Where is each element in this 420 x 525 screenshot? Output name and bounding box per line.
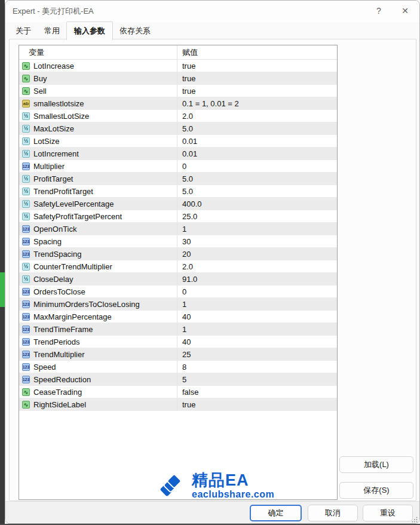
param-value[interactable]: 5.0 bbox=[177, 173, 337, 185]
table-row[interactable]: 123TrendMultiplier25 bbox=[19, 348, 337, 361]
param-value[interactable]: false bbox=[177, 386, 337, 398]
param-value[interactable]: 5.0 bbox=[177, 122, 337, 134]
param-name: TrendSpacing bbox=[33, 250, 81, 259]
load-button[interactable]: 加载(L) bbox=[339, 456, 413, 473]
param-value[interactable]: true bbox=[177, 85, 337, 97]
table-row[interactable]: 123SpeedReduction5 bbox=[19, 373, 337, 386]
parameters-table: 变量 赋值 ∿LotIncreasetrue∿Buytrue∿Selltruea… bbox=[19, 45, 338, 500]
int-type-icon: 123 bbox=[22, 238, 30, 245]
tab-common[interactable]: 常用 bbox=[38, 23, 66, 39]
param-value[interactable]: 0.1 = 1, 0.01 = 2 bbox=[177, 97, 337, 109]
help-button[interactable]: ? bbox=[367, 1, 391, 21]
param-value[interactable]: 30 bbox=[177, 235, 337, 247]
table-row[interactable]: 123MaxMarginPercentage40 bbox=[19, 311, 337, 323]
table-row[interactable]: ½ProfitTarget5.0 bbox=[19, 173, 337, 185]
param-value[interactable]: 25.0 bbox=[177, 210, 337, 222]
tab-inputs[interactable]: 输入参数 bbox=[66, 22, 113, 40]
table-header: 变量 赋值 bbox=[19, 45, 337, 60]
table-row[interactable]: 123TrendPeriods40 bbox=[19, 336, 337, 348]
param-value[interactable]: 20 bbox=[177, 248, 337, 260]
table-row[interactable]: ∿Selltrue bbox=[19, 85, 337, 97]
table-row[interactable]: ½LotIncrement0.01 bbox=[19, 148, 337, 160]
close-icon[interactable]: ✕ bbox=[393, 1, 417, 21]
param-value[interactable]: 40 bbox=[177, 336, 337, 348]
param-value[interactable]: 8 bbox=[177, 361, 337, 373]
param-value[interactable]: 1 bbox=[177, 223, 337, 235]
bool-type-icon: ∿ bbox=[22, 75, 30, 82]
table-row[interactable]: ∿CeaseTradingfalse bbox=[19, 386, 337, 398]
table-row[interactable]: ∿Buytrue bbox=[19, 72, 337, 85]
expert-properties-dialog: Expert - 美元打印机-EA ? ✕ 关于 常用 输入参数 依存关系 变量… bbox=[5, 0, 420, 524]
resize-grip[interactable] bbox=[412, 517, 418, 523]
param-name-cell: ½SafetyProfitTargetPercent bbox=[19, 210, 177, 222]
table-row[interactable]: ½SmallestLotSize2.0 bbox=[19, 110, 337, 122]
table-row[interactable]: ∿RightSideLabeltrue bbox=[19, 398, 337, 411]
param-name-cell: ½CounterTrendMultiplier bbox=[19, 260, 177, 272]
param-name: TrendTimeFrame bbox=[33, 325, 93, 334]
param-value[interactable]: 2.0 bbox=[177, 260, 337, 272]
table-row[interactable]: 123OrdersToClose0 bbox=[19, 285, 337, 298]
save-button[interactable]: 保存(S) bbox=[339, 482, 413, 499]
table-row[interactable]: ∿LotIncreasetrue bbox=[19, 60, 337, 72]
param-value[interactable]: 0 bbox=[177, 160, 337, 172]
param-value[interactable]: true bbox=[177, 72, 337, 84]
cancel-button[interactable]: 取消 bbox=[308, 505, 358, 521]
param-value[interactable]: true bbox=[177, 60, 337, 72]
param-value[interactable]: 25 bbox=[177, 348, 337, 360]
window-title: Expert - 美元打印机-EA bbox=[13, 6, 94, 17]
table-row[interactable]: 123Spacing30 bbox=[19, 235, 337, 248]
table-row[interactable]: ½TrendProfitTarget5.0 bbox=[19, 185, 337, 198]
screen: Expert - 美元打印机-EA ? ✕ 关于 常用 输入参数 依存关系 变量… bbox=[0, 0, 420, 525]
tab-dependencies[interactable]: 依存关系 bbox=[113, 23, 157, 39]
param-value[interactable]: 0 bbox=[177, 285, 337, 297]
param-value[interactable]: 40 bbox=[177, 311, 337, 323]
table-row[interactable]: 123TrendTimeFrame1 bbox=[19, 323, 337, 336]
table-row[interactable]: 123MinimumOrdersToCloseLosing1 bbox=[19, 298, 337, 311]
table-row[interactable]: 123Speed8 bbox=[19, 361, 337, 373]
table-row[interactable]: ½MaxLotSize5.0 bbox=[19, 122, 337, 135]
table-row[interactable]: ½CloseDelay91.0 bbox=[19, 273, 337, 285]
table-row[interactable]: 123OpenOnTick1 bbox=[19, 223, 337, 235]
param-name: LotIncrement bbox=[33, 149, 79, 158]
table-row[interactable]: 123Multiplier0 bbox=[19, 160, 337, 173]
int-type-icon: 123 bbox=[22, 225, 30, 233]
int-type-icon: 123 bbox=[22, 162, 30, 170]
param-name: SafetyProfitTargetPercent bbox=[33, 212, 122, 221]
param-name: MaxLotSize bbox=[33, 124, 74, 133]
tab-bar: 关于 常用 输入参数 依存关系 bbox=[9, 24, 157, 39]
column-header-variable[interactable]: 变量 bbox=[19, 45, 177, 59]
table-row[interactable]: ½CounterTrendMultiplier2.0 bbox=[19, 260, 337, 273]
param-name: smallestlotsize bbox=[33, 99, 84, 108]
param-name-cell: ½CloseDelay bbox=[19, 273, 177, 285]
param-value[interactable]: 400.0 bbox=[177, 198, 337, 210]
param-value[interactable]: 5 bbox=[177, 373, 337, 385]
param-name-cell: 123TrendPeriods bbox=[19, 336, 177, 348]
param-value[interactable]: 91.0 bbox=[177, 273, 337, 285]
param-value[interactable]: 1 bbox=[177, 298, 337, 310]
param-value[interactable]: 1 bbox=[177, 323, 337, 335]
param-name: Sell bbox=[33, 87, 47, 96]
ok-button[interactable]: 确定 bbox=[250, 505, 302, 521]
reset-button[interactable]: 重设 bbox=[363, 505, 413, 521]
column-header-value[interactable]: 赋值 bbox=[177, 45, 337, 59]
table-row[interactable]: ½SafetyLevelPercentage400.0 bbox=[19, 198, 337, 210]
param-value[interactable]: 5.0 bbox=[177, 185, 337, 197]
int-type-icon: 123 bbox=[22, 376, 30, 383]
table-row[interactable]: ½LotSize0.01 bbox=[19, 135, 337, 148]
tab-about[interactable]: 关于 bbox=[9, 23, 38, 39]
table-row[interactable]: ½SafetyProfitTargetPercent25.0 bbox=[19, 210, 337, 223]
inputs-tab-page: 变量 赋值 ∿LotIncreasetrue∿Buytrue∿Selltruea… bbox=[9, 39, 416, 501]
param-value[interactable]: 0.01 bbox=[177, 148, 337, 159]
double-type-icon: ½ bbox=[22, 188, 30, 195]
param-value[interactable]: 2.0 bbox=[177, 110, 337, 122]
int-type-icon: 123 bbox=[22, 338, 30, 346]
table-row[interactable]: absmallestlotsize0.1 = 1, 0.01 = 2 bbox=[19, 97, 337, 110]
param-name-cell: 123Multiplier bbox=[19, 160, 177, 172]
param-value[interactable]: true bbox=[177, 398, 337, 410]
table-row[interactable]: 123TrendSpacing20 bbox=[19, 248, 337, 260]
footer-bar: 确定 取消 重设 bbox=[5, 501, 419, 524]
int-type-icon: 123 bbox=[22, 313, 30, 321]
param-name-cell: ∿CeaseTrading bbox=[19, 386, 177, 398]
int-type-icon: 123 bbox=[22, 300, 30, 308]
param-value[interactable]: 0.01 bbox=[177, 135, 337, 147]
